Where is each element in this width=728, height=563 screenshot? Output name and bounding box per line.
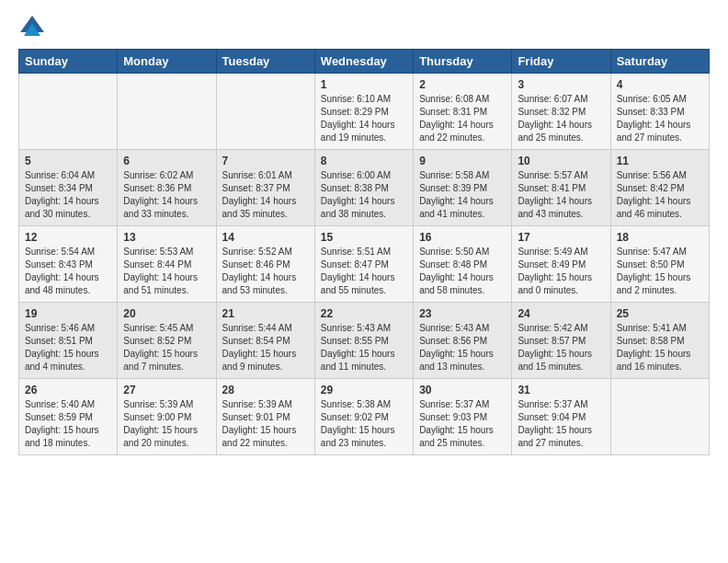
day-info: Sunrise: 6:00 AM Sunset: 8:38 PM Dayligh… [321,169,407,221]
day-cell: 24Sunrise: 5:42 AM Sunset: 8:57 PM Dayli… [512,303,610,379]
day-number: 27 [123,384,210,396]
day-number: 26 [25,384,111,396]
calendar-body: 1Sunrise: 6:10 AM Sunset: 8:29 PM Daylig… [19,74,710,455]
day-number: 7 [222,155,309,167]
day-cell: 9Sunrise: 5:58 AM Sunset: 8:39 PM Daylig… [414,150,512,226]
day-header-sunday: Sunday [19,50,118,74]
day-number: 19 [25,307,111,320]
day-cell: 20Sunrise: 5:45 AM Sunset: 8:52 PM Dayli… [118,303,216,379]
day-header-thursday: Thursday [414,50,512,74]
day-cell: 7Sunrise: 6:01 AM Sunset: 8:37 PM Daylig… [216,150,314,226]
day-info: Sunrise: 5:58 AM Sunset: 8:39 PM Dayligh… [419,169,506,221]
day-cell: 30Sunrise: 5:37 AM Sunset: 9:03 PM Dayli… [414,379,512,455]
day-number: 22 [321,307,407,320]
day-cell: 29Sunrise: 5:38 AM Sunset: 9:02 PM Dayli… [314,379,413,455]
day-info: Sunrise: 5:39 AM Sunset: 9:00 PM Dayligh… [123,398,210,450]
day-cell [610,379,709,455]
day-header-tuesday: Tuesday [216,50,314,74]
day-cell: 22Sunrise: 5:43 AM Sunset: 8:55 PM Dayli… [314,303,413,379]
day-cell [216,74,314,150]
day-number: 5 [25,155,111,167]
day-number: 1 [321,78,407,91]
header-row: SundayMondayTuesdayWednesdayThursdayFrid… [19,50,710,74]
day-number: 4 [617,78,703,91]
day-cell: 25Sunrise: 5:41 AM Sunset: 8:58 PM Dayli… [610,303,709,379]
day-header-saturday: Saturday [610,50,709,74]
day-info: Sunrise: 5:45 AM Sunset: 8:52 PM Dayligh… [123,322,210,373]
day-info: Sunrise: 5:43 AM Sunset: 8:55 PM Dayligh… [321,322,407,373]
day-cell: 21Sunrise: 5:44 AM Sunset: 8:54 PM Dayli… [216,303,314,379]
day-number: 18 [617,231,703,244]
week-row-3: 19Sunrise: 5:46 AM Sunset: 8:51 PM Dayli… [19,303,710,379]
calendar-table: SundayMondayTuesdayWednesdayThursdayFrid… [18,49,710,455]
day-info: Sunrise: 6:10 AM Sunset: 8:29 PM Dayligh… [321,93,407,144]
week-row-0: 1Sunrise: 6:10 AM Sunset: 8:29 PM Daylig… [19,74,710,150]
day-cell: 16Sunrise: 5:50 AM Sunset: 8:48 PM Dayli… [414,226,512,303]
day-info: Sunrise: 5:44 AM Sunset: 8:54 PM Dayligh… [222,322,309,373]
day-number: 28 [222,384,309,396]
day-cell: 27Sunrise: 5:39 AM Sunset: 9:00 PM Dayli… [118,379,216,455]
day-cell: 11Sunrise: 5:56 AM Sunset: 8:42 PM Dayli… [610,150,709,226]
day-info: Sunrise: 5:40 AM Sunset: 8:59 PM Dayligh… [25,398,111,450]
day-number: 17 [518,231,604,244]
day-cell: 13Sunrise: 5:53 AM Sunset: 8:44 PM Dayli… [118,226,216,303]
day-number: 20 [123,307,210,320]
day-info: Sunrise: 5:43 AM Sunset: 8:56 PM Dayligh… [419,322,506,373]
day-cell: 15Sunrise: 5:51 AM Sunset: 8:47 PM Dayli… [314,226,413,303]
day-number: 12 [25,231,111,244]
day-cell: 18Sunrise: 5:47 AM Sunset: 8:50 PM Dayli… [610,226,709,303]
day-number: 23 [419,307,506,320]
calendar-header: SundayMondayTuesdayWednesdayThursdayFrid… [19,50,710,74]
day-info: Sunrise: 5:50 AM Sunset: 8:48 PM Dayligh… [419,246,506,297]
day-header-monday: Monday [118,50,216,74]
day-number: 3 [518,78,604,91]
day-cell [19,74,118,150]
week-row-1: 5Sunrise: 6:04 AM Sunset: 8:34 PM Daylig… [19,150,710,226]
day-cell: 5Sunrise: 6:04 AM Sunset: 8:34 PM Daylig… [19,150,118,226]
day-info: Sunrise: 5:49 AM Sunset: 8:49 PM Dayligh… [518,246,604,297]
day-number: 2 [419,78,506,91]
day-cell: 12Sunrise: 5:54 AM Sunset: 8:43 PM Dayli… [19,226,118,303]
day-info: Sunrise: 6:04 AM Sunset: 8:34 PM Dayligh… [25,169,111,221]
day-info: Sunrise: 5:42 AM Sunset: 8:57 PM Dayligh… [518,322,604,373]
logo [18,14,50,41]
day-header-friday: Friday [512,50,610,74]
day-cell: 8Sunrise: 6:00 AM Sunset: 8:38 PM Daylig… [314,150,413,226]
day-cell: 28Sunrise: 5:39 AM Sunset: 9:01 PM Dayli… [216,379,314,455]
day-info: Sunrise: 5:37 AM Sunset: 9:04 PM Dayligh… [518,398,604,450]
day-info: Sunrise: 5:53 AM Sunset: 8:44 PM Dayligh… [123,246,210,297]
day-number: 8 [321,155,407,167]
day-info: Sunrise: 6:02 AM Sunset: 8:36 PM Dayligh… [123,169,210,221]
day-info: Sunrise: 5:47 AM Sunset: 8:50 PM Dayligh… [617,246,703,297]
week-row-4: 26Sunrise: 5:40 AM Sunset: 8:59 PM Dayli… [19,379,710,455]
day-info: Sunrise: 6:07 AM Sunset: 8:32 PM Dayligh… [518,93,604,144]
day-cell: 14Sunrise: 5:52 AM Sunset: 8:46 PM Dayli… [216,226,314,303]
day-cell: 23Sunrise: 5:43 AM Sunset: 8:56 PM Dayli… [414,303,512,379]
day-cell: 4Sunrise: 6:05 AM Sunset: 8:33 PM Daylig… [610,74,709,150]
day-number: 14 [222,231,309,244]
day-header-wednesday: Wednesday [314,50,413,74]
day-number: 9 [419,155,506,167]
day-cell: 17Sunrise: 5:49 AM Sunset: 8:49 PM Dayli… [512,226,610,303]
day-info: Sunrise: 6:08 AM Sunset: 8:31 PM Dayligh… [419,93,506,144]
day-cell [118,74,216,150]
page: SundayMondayTuesdayWednesdayThursdayFrid… [0,0,728,563]
day-number: 25 [617,307,703,320]
day-cell: 3Sunrise: 6:07 AM Sunset: 8:32 PM Daylig… [512,74,610,150]
day-cell: 10Sunrise: 5:57 AM Sunset: 8:41 PM Dayli… [512,150,610,226]
day-cell: 1Sunrise: 6:10 AM Sunset: 8:29 PM Daylig… [314,74,413,150]
day-info: Sunrise: 6:01 AM Sunset: 8:37 PM Dayligh… [222,169,309,221]
day-number: 30 [419,384,506,396]
day-info: Sunrise: 5:37 AM Sunset: 9:03 PM Dayligh… [419,398,506,450]
header [18,14,710,41]
day-number: 16 [419,231,506,244]
day-number: 31 [518,384,604,396]
day-info: Sunrise: 5:39 AM Sunset: 9:01 PM Dayligh… [222,398,309,450]
day-info: Sunrise: 5:54 AM Sunset: 8:43 PM Dayligh… [25,246,111,297]
day-cell: 26Sunrise: 5:40 AM Sunset: 8:59 PM Dayli… [19,379,118,455]
week-row-2: 12Sunrise: 5:54 AM Sunset: 8:43 PM Dayli… [19,226,710,303]
day-info: Sunrise: 5:46 AM Sunset: 8:51 PM Dayligh… [25,322,111,373]
day-number: 15 [321,231,407,244]
day-number: 11 [617,155,703,167]
day-number: 21 [222,307,309,320]
